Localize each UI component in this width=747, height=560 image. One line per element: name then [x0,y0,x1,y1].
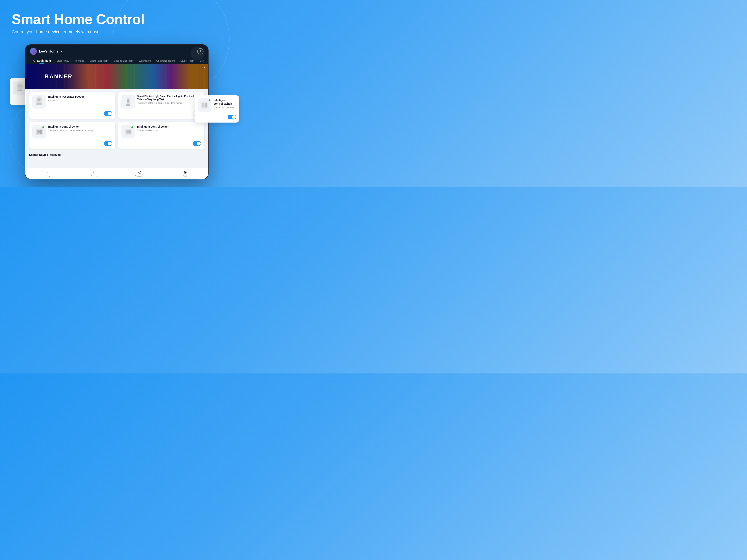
tablet-screen: L Lee's Home ▼ + All Equipment Under Way… [25,45,208,179]
svg-point-17 [127,131,129,132]
bottom-nav-home[interactable]: ⌂ Home [25,170,71,177]
chevron-down-icon: ▼ [60,50,63,53]
card-3-bottom: ⋮ [121,141,201,146]
banner-text: BANNER [45,73,73,80]
home-nav-icon: ⌂ [46,170,51,175]
page-header: Smart Home Control Control your home dev… [12,12,144,34]
tab-underway[interactable]: Under Way [54,58,72,64]
control-switch-floating-svg [199,100,210,111]
banner: BANNER × [25,64,208,89]
device-name-0: Intelligent Pet Water Feeder [48,95,112,98]
svg-point-1 [18,85,22,87]
tab-study-room[interactable]: Study Room [178,58,197,64]
status-dot-floating-right [209,99,210,101]
status-dot-3 [131,126,133,128]
electric-light-svg [123,97,133,107]
svg-point-6 [38,99,40,101]
floating-card-right-top: Intelligent control switch The Second Be… [198,98,236,112]
device-icon-0 [32,95,46,108]
tab-childrens-room[interactable]: Children's Room [153,58,178,64]
page-subtitle: Control your home devices remotely with … [12,29,144,34]
bottom-nav: ⌂ Home ✦ Scenes ◎ Community ◉ Profile [25,168,208,179]
floating-device-icon-right [198,98,211,112]
community-nav-label: Community [135,175,145,177]
water-feeder-icon [15,83,25,93]
home-name: Lee's Home [39,49,58,53]
more-icon-floating-right[interactable]: ⋮ [222,116,226,119]
status-dot-2 [43,126,44,128]
section-header: Shared Device Received [25,152,208,157]
toggle-3[interactable] [192,141,201,146]
floating-card-right: Intelligent control switch The Second Be… [195,95,239,123]
card-3-top: Intelligent control switch The Second Be… [121,125,201,138]
top-nav: L Lee's Home ▼ + All Equipment Under Way… [25,45,208,64]
banner-close-button[interactable]: × [204,66,205,69]
profile-nav-label: Profile [182,175,188,177]
more-icon-3[interactable]: ⋮ [187,142,191,145]
floating-device-icon-left [13,81,26,95]
page-title: Smart Home Control [12,12,144,27]
device-icon-2 [32,125,46,138]
floating-card-bottom-right: ⋮ [198,115,236,120]
card-2-bottom: ⋮ [32,141,112,146]
device-info-2: Intelligent control switch The length of… [48,125,112,131]
device-location-1: The length of the text cannot exceed the… [137,102,201,104]
device-card-0: Intelligent Pet Water Feeder Kitchen ⋮ [29,92,115,119]
device-cards-grid: Intelligent Pet Water Feeder Kitchen ⋮ [25,89,208,152]
nav-header: L Lee's Home ▼ + [30,48,204,55]
device-location-0: Kitchen [48,99,112,102]
scenes-nav-icon: ✦ [92,170,96,175]
device-card-2: Intelligent control switch The length of… [29,122,115,149]
device-name-2: Intelligent control switch [48,125,112,128]
home-selector[interactable]: L Lee's Home ▼ [30,48,63,55]
device-info-1: Smart Electric Light Smart Electric Ligh… [137,95,201,104]
more-icon-1[interactable]: ⋮ [187,112,191,115]
svg-rect-2 [17,90,22,91]
toggle-floating-right[interactable] [228,115,236,120]
bottom-nav-community[interactable]: ◎ Community [117,170,162,177]
device-info-0: Intelligent Pet Water Feeder Kitchen [48,95,112,102]
nav-tabs: All Equipment Under Way Kitchens Master … [30,57,204,64]
avatar: L [30,48,37,55]
floating-device-location-right: The Second Bedroom [213,106,236,108]
tab-second-bedroom[interactable]: Second Bedroom [111,58,136,64]
floating-device-info-right: Intelligent control switch The Second Be… [213,98,236,108]
bottom-nav-scenes[interactable]: ✦ Scenes [71,170,117,177]
device-name-3: Intelligent control switch [137,125,201,128]
toggle-0[interactable] [104,111,112,116]
card-1-top: Smart Electric Light Smart Electric Ligh… [121,95,201,108]
tab-draw[interactable]: Draw... [197,58,204,64]
device-icon-3 [121,125,135,138]
more-icon-2[interactable]: ⋮ [98,142,102,145]
card-1-bottom: ⋮ [121,111,201,116]
svg-rect-20 [205,103,207,107]
svg-rect-8 [126,104,130,106]
toggle-2[interactable] [104,141,112,146]
tablet-frame: L Lee's Home ▼ + All Equipment Under Way… [25,45,208,179]
more-icon-0[interactable]: ⋮ [98,112,102,115]
device-card-1: Smart Electric Light Smart Electric Ligh… [118,92,204,119]
bottom-nav-profile[interactable]: ◉ Profile [162,170,208,177]
svg-rect-5 [36,103,42,105]
device-icon-1 [121,95,135,108]
card-2-top: Intelligent control switch The length of… [32,125,112,138]
card-0-top: Intelligent Pet Water Feeder Kitchen [32,95,112,108]
toggle-knob-3 [197,142,201,146]
tab-master-bedroom[interactable]: Master Bedroom [87,58,111,64]
toggle-knob-2 [108,142,112,146]
svg-rect-18 [201,102,208,108]
tab-washroom[interactable]: Washroom [136,58,153,64]
device-location-3: The Second Bedroom [137,129,201,131]
svg-rect-19 [202,103,204,107]
device-card-3: Intelligent control switch The Second Be… [118,122,204,149]
device-location-2: The length of the text cannot exceed the… [48,129,112,131]
device-info-3: Intelligent control switch The Second Be… [137,125,201,131]
main-content: BANNER × [25,64,208,168]
tab-all-equipment[interactable]: All Equipment [30,57,54,64]
pet-water-feeder-svg [33,96,45,107]
floating-device-name-right: Intelligent control switch [213,98,236,105]
home-nav-label: Home [46,175,51,177]
toggle-knob-floating-right [232,115,236,119]
section-title: Shared Device Received [29,153,204,156]
tab-kitchens[interactable]: Kitchens [72,58,87,64]
